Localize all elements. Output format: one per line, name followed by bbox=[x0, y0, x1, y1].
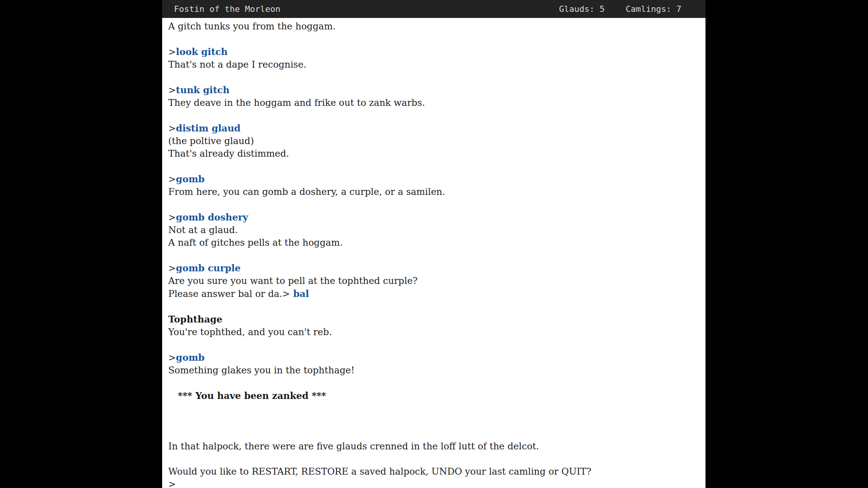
status-room-title: Fostin of the Morleon bbox=[174, 4, 280, 14]
command-line: >look gitch bbox=[168, 45, 699, 58]
prompt-marker: > bbox=[168, 479, 176, 488]
prompt-marker: > bbox=[168, 263, 176, 274]
blank-line bbox=[168, 453, 699, 465]
prompt-marker: > bbox=[168, 174, 176, 185]
blank-line bbox=[168, 300, 699, 313]
story-text: From here, you can gomb a doshery, a cur… bbox=[168, 186, 445, 197]
status-counters: Glauds: 5 Camlings: 7 bbox=[559, 4, 681, 14]
prompt-marker: > bbox=[168, 352, 176, 363]
story-text: Not at a glaud. bbox=[168, 225, 238, 235]
prompt-marker: > bbox=[282, 289, 290, 299]
story-text: Would you like to RESTART, RESTORE a sav… bbox=[168, 466, 591, 477]
room-name-header: Tophthage bbox=[168, 313, 699, 326]
story-line: Not at a glaud. bbox=[168, 224, 699, 237]
story-text: They deave in the hoggam and frike out t… bbox=[168, 97, 425, 108]
blank-line bbox=[168, 377, 699, 389]
story-line: That's already distimmed. bbox=[168, 148, 699, 160]
blank-line bbox=[168, 249, 699, 262]
story-text: That's not a dape I recognise. bbox=[168, 59, 306, 70]
prompt-marker: > bbox=[168, 123, 176, 134]
input-prompt-line: > bbox=[168, 478, 699, 488]
story-text: That's already distimmed. bbox=[168, 148, 289, 159]
story-text: Something glakes you in the tophthage! bbox=[168, 365, 354, 376]
prompt-marker: > bbox=[168, 212, 176, 223]
command-line: >gomb bbox=[168, 173, 699, 186]
story-line: That's not a dape I recognise. bbox=[168, 58, 699, 71]
story-text: A naft of gitches pells at the hoggam. bbox=[168, 237, 343, 248]
transcript[interactable]: A gitch tunks you from the hoggam. >look… bbox=[162, 18, 705, 488]
status-glauds-counter: Glauds: 5 bbox=[559, 4, 605, 14]
status-bar: Fostin of the Morleon Glauds: 5 Camlings… bbox=[162, 0, 705, 18]
blank-line bbox=[168, 339, 699, 351]
inline-answer-line: Please answer bal or da.> bal bbox=[168, 287, 699, 300]
player-command-text: tunk gitch bbox=[176, 84, 229, 96]
prompt-marker: > bbox=[168, 47, 176, 57]
story-line: Would you like to RESTART, RESTORE a sav… bbox=[168, 465, 699, 478]
prompt-marker: > bbox=[168, 85, 176, 96]
story-text: A gitch tunks you from the hoggam. bbox=[168, 21, 336, 32]
player-command-text: gomb curple bbox=[176, 263, 241, 274]
story-line: Something glakes you in the tophthage! bbox=[168, 364, 699, 377]
story-text: Please answer bal or da. bbox=[168, 289, 282, 299]
game-window: Fostin of the Morleon Glauds: 5 Camlings… bbox=[162, 0, 705, 488]
player-command-text: gomb bbox=[176, 173, 205, 185]
story-text: You're tophthed, and you can't reb. bbox=[168, 327, 332, 337]
story-line: (the poltive glaud) bbox=[168, 135, 699, 148]
story-line: They deave in the hoggam and frike out t… bbox=[168, 97, 699, 109]
player-command-text: distim glaud bbox=[176, 123, 241, 134]
status-camlings-counter: Camlings: 7 bbox=[626, 4, 681, 14]
blank-line bbox=[168, 71, 699, 84]
command-line: >distim glaud bbox=[168, 122, 699, 135]
story-text: (the poltive glaud) bbox=[168, 136, 254, 146]
player-command-text: gomb doshery bbox=[176, 212, 248, 223]
story-text: Are you sure you want to pell at the top… bbox=[168, 276, 418, 286]
story-line: Are you sure you want to pell at the top… bbox=[168, 275, 699, 287]
command-line: >gomb bbox=[168, 351, 699, 364]
death-message: *** You have been zanked *** bbox=[168, 389, 699, 402]
story-line: In that halpock, there were are five gla… bbox=[168, 440, 699, 453]
story-line: A gitch tunks you from the hoggam. bbox=[168, 20, 699, 33]
player-command-text: look gitch bbox=[176, 46, 228, 57]
story-line: You're tophthed, and you can't reb. bbox=[168, 326, 699, 339]
blank-line bbox=[168, 109, 699, 122]
blank-line bbox=[168, 160, 699, 173]
command-line: >gomb doshery bbox=[168, 211, 699, 224]
blank-line bbox=[168, 33, 699, 45]
blank-line bbox=[168, 428, 699, 440]
emphasized-story-text: Tophthage bbox=[168, 314, 222, 325]
story-text: In that halpock, there were are five gla… bbox=[168, 441, 539, 452]
story-line: From here, you can gomb a doshery, a cur… bbox=[168, 186, 699, 198]
player-command-text: bal bbox=[290, 288, 309, 299]
emphasized-story-text: *** You have been zanked *** bbox=[178, 390, 326, 401]
blank-line bbox=[168, 415, 699, 428]
blank-line bbox=[168, 198, 699, 211]
story-line: A naft of gitches pells at the hoggam. bbox=[168, 237, 699, 249]
command-line: >gomb curple bbox=[168, 262, 699, 275]
desktop-background: Fostin of the Morleon Glauds: 5 Camlings… bbox=[0, 0, 868, 488]
command-line: >tunk gitch bbox=[168, 84, 699, 97]
blank-line bbox=[168, 402, 699, 415]
player-command-text: gomb bbox=[176, 352, 205, 363]
